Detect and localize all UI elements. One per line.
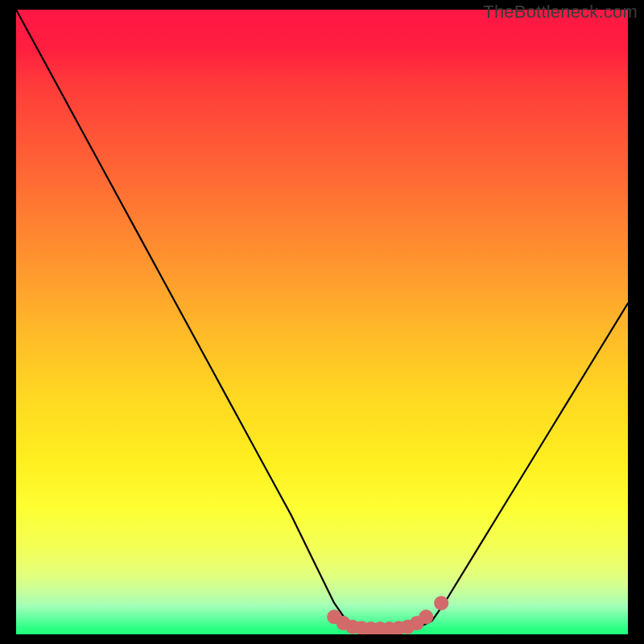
marker-dot [434,596,448,610]
marker-dot [419,609,433,624]
bottom-dots-group [327,596,448,634]
chart-overlay-svg [16,10,628,634]
chart-plot-area [16,10,628,634]
chart-frame: TheBottleneck.com [0,0,644,644]
bottleneck-curve-line [16,10,628,630]
attribution-text: TheBottleneck.com [483,2,638,23]
